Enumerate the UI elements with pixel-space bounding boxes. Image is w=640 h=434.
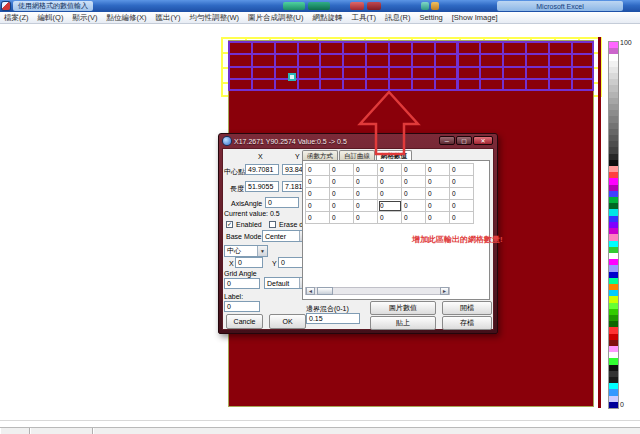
window-title: 使用網格式的數值輸入 <box>18 1 88 11</box>
grid-cell[interactable]: 0 <box>402 212 426 224</box>
length-x-input[interactable]: 51.9055 <box>245 181 279 192</box>
grid-cell[interactable]: 0 <box>306 164 330 176</box>
grid-cell[interactable]: 0 <box>330 176 354 188</box>
background-window-title: Microsoft Excel <box>536 3 583 10</box>
close-button[interactable]: ✕ <box>473 136 493 145</box>
menu-item[interactable]: 顯示(V) <box>72 13 97 23</box>
grid-cell[interactable]: 0 <box>354 188 378 200</box>
menu-item[interactable]: 匯出(Y) <box>155 13 180 23</box>
grid-cell[interactable]: 0 <box>330 212 354 224</box>
enabled-checkbox[interactable]: ✓ <box>226 221 233 228</box>
grid-cell[interactable]: 0 <box>378 200 402 212</box>
grid-cell[interactable]: 0 <box>450 164 474 176</box>
divider <box>0 420 640 421</box>
grid-cell[interactable]: 0 <box>354 200 378 212</box>
purple-grid-overlay[interactable] <box>228 41 594 91</box>
grid-values-table[interactable]: 00000000000000000000000000000000000 <box>305 163 474 224</box>
grid-cell[interactable]: 0 <box>450 176 474 188</box>
grid-cell[interactable]: 0 <box>378 176 402 188</box>
background-window-title-chip: Microsoft Excel <box>497 1 623 11</box>
selected-cell-marker[interactable] <box>288 73 296 81</box>
color-scale-band <box>609 402 618 408</box>
center-label: 中心點 <box>224 167 245 177</box>
grid-cell[interactable]: 0 <box>402 200 426 212</box>
grid-cell[interactable]: 0 <box>426 212 450 224</box>
horizontal-scrollbar[interactable]: ◄ ► <box>305 287 450 295</box>
grid-cell[interactable]: 0 <box>330 164 354 176</box>
grid-cell[interactable]: 0 <box>306 176 330 188</box>
annotation-text: 增加此區輸出的網格數量! <box>412 234 503 245</box>
grid-cell[interactable]: 0 <box>378 164 402 176</box>
grid-cell[interactable]: 0 <box>378 188 402 200</box>
paste-button[interactable]: 貼上 <box>370 316 436 330</box>
status-bar <box>0 427 640 434</box>
scroll-left-icon[interactable]: ◄ <box>306 287 315 295</box>
grid-cell[interactable]: 0 <box>354 212 378 224</box>
grid-cell[interactable]: 0 <box>426 176 450 188</box>
grid-cell[interactable]: 0 <box>354 164 378 176</box>
grid-cell[interactable]: 0 <box>450 188 474 200</box>
cancel-button[interactable]: Cancle <box>226 314 263 329</box>
grid-cell[interactable]: 0 <box>306 188 330 200</box>
taskbar-icon <box>431 2 439 10</box>
length-label: 長度 <box>230 184 244 194</box>
erase-dots-checkbox[interactable] <box>269 221 276 228</box>
grid-angle-label: Grid Angle <box>224 270 257 277</box>
label-label: Label: <box>224 293 243 300</box>
grid-cell[interactable]: 0 <box>378 212 402 224</box>
color-scale <box>609 42 618 408</box>
chevron-down-icon: ▼ <box>257 246 267 256</box>
menu-item[interactable]: 網點旋轉 <box>312 13 342 23</box>
grid-cell[interactable]: 0 <box>450 200 474 212</box>
grid-cell[interactable]: 0 <box>402 176 426 188</box>
grid-cell[interactable]: 0 <box>426 188 450 200</box>
grid-cell[interactable]: 0 <box>450 212 474 224</box>
save-file-button[interactable]: 存檔 <box>442 316 492 330</box>
minimize-button[interactable]: ─ <box>439 136 455 145</box>
grid-value-dialog: X17.2671 Y90.2574 Value:0.5 -> 0.5 ─ ▢ ✕… <box>218 133 498 334</box>
menu-item[interactable]: 訊息(R) <box>385 13 410 23</box>
open-file-button[interactable]: 開檔 <box>442 301 492 315</box>
menu-item[interactable]: 編輯(Q) <box>38 13 64 23</box>
menu-item[interactable]: 圖片合成調整(U) <box>248 13 303 23</box>
maximize-button[interactable]: ▢ <box>456 136 472 145</box>
grid-cell[interactable]: 0 <box>330 200 354 212</box>
grid-cell[interactable]: 0 <box>402 164 426 176</box>
menu-item[interactable]: 均勻性調整(W) <box>189 13 239 23</box>
x-input[interactable]: 0 <box>235 257 263 268</box>
status-segment <box>0 428 30 434</box>
dialog-body: X Y 中心點 49.7081 93.8482 長度 51.9055 7.181… <box>222 148 494 330</box>
canvas-edge-line <box>598 37 601 408</box>
menu-item[interactable]: Setting <box>419 13 442 22</box>
grid-angle-input[interactable]: 0 <box>224 278 260 289</box>
blend-input[interactable]: 0.15 <box>306 313 360 324</box>
grid-cell[interactable]: 0 <box>306 212 330 224</box>
grid-cell[interactable]: 0 <box>426 200 450 212</box>
label-input[interactable]: 0 <box>224 301 260 312</box>
grid-cell[interactable]: 0 <box>402 188 426 200</box>
grid-cell[interactable]: 0 <box>354 176 378 188</box>
status-segment <box>30 428 93 434</box>
axis-angle-input[interactable]: 0 <box>265 197 299 208</box>
grid-cell[interactable]: 0 <box>330 188 354 200</box>
application-window: 使用網格式的數值輸入 Microsoft Excel 檔案(Z)編輯(Q)顯示(… <box>0 0 640 434</box>
menu-item[interactable]: 檔案(Z) <box>4 13 29 23</box>
anchor-select[interactable]: 中心 ▼ <box>224 245 268 257</box>
grid-values-panel: 00000000000000000000000000000000000 增加此區… <box>302 160 490 300</box>
background-window-fragment <box>283 2 305 10</box>
status-segment <box>93 428 640 434</box>
scrollbar-thumb[interactable] <box>317 287 333 295</box>
y-label: Y <box>272 260 277 267</box>
grid-cell[interactable]: 0 <box>426 164 450 176</box>
grid-cell[interactable]: 0 <box>306 200 330 212</box>
menu-item[interactable]: [Show Image] <box>452 13 498 22</box>
menu-item[interactable]: 工具(T) <box>351 13 376 23</box>
menu-item[interactable]: 點位編修(X) <box>106 13 146 23</box>
ok-button[interactable]: OK <box>269 314 306 329</box>
color-scale-max-label: 100 <box>620 39 632 46</box>
app-icon <box>2 2 10 10</box>
image-values-button[interactable]: 圖片數值 <box>370 301 436 315</box>
center-x-input[interactable]: 49.7081 <box>245 164 279 175</box>
scroll-right-icon[interactable]: ► <box>440 287 449 295</box>
menu-bar: 檔案(Z)編輯(Q)顯示(V)點位編修(X)匯出(Y)均勻性調整(W)圖片合成調… <box>0 12 640 24</box>
